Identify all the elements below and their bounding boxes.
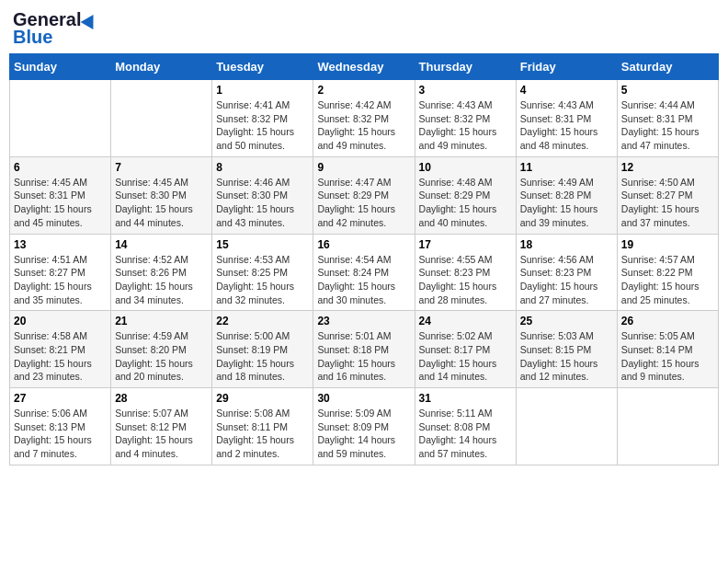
day-number: 27	[14, 392, 107, 405]
day-info: Sunrise: 4:45 AM Sunset: 8:30 PM Dayligh…	[115, 176, 208, 230]
day-number: 8	[216, 161, 309, 174]
day-info: Sunrise: 5:08 AM Sunset: 8:11 PM Dayligh…	[216, 407, 309, 461]
day-number: 25	[520, 315, 613, 327]
day-number: 21	[115, 315, 208, 327]
calendar-cell: 10Sunrise: 4:48 AM Sunset: 8:29 PM Dayli…	[415, 156, 516, 234]
day-number: 30	[317, 392, 410, 405]
calendar-week-3: 13Sunrise: 4:51 AM Sunset: 8:27 PM Dayli…	[10, 234, 719, 311]
day-number: 1	[216, 84, 309, 97]
header-wednesday: Wednesday	[313, 54, 415, 80]
day-number: 12	[621, 161, 714, 174]
calendar-cell	[111, 80, 212, 157]
calendar-cell: 19Sunrise: 4:57 AM Sunset: 8:22 PM Dayli…	[617, 234, 718, 311]
calendar-cell: 25Sunrise: 5:03 AM Sunset: 8:15 PM Dayli…	[516, 311, 617, 388]
day-number: 20	[14, 315, 107, 327]
day-info: Sunrise: 4:51 AM Sunset: 8:27 PM Dayligh…	[14, 253, 107, 307]
day-number: 18	[520, 238, 613, 251]
calendar-cell: 5Sunrise: 4:44 AM Sunset: 8:31 PM Daylig…	[617, 80, 718, 157]
page-header: General Blue	[9, 9, 719, 48]
day-info: Sunrise: 4:57 AM Sunset: 8:22 PM Dayligh…	[621, 253, 714, 307]
calendar-cell: 27Sunrise: 5:06 AM Sunset: 8:13 PM Dayli…	[10, 388, 111, 465]
day-number: 10	[419, 161, 512, 174]
day-info: Sunrise: 4:50 AM Sunset: 8:27 PM Dayligh…	[621, 176, 714, 230]
day-number: 15	[216, 238, 309, 251]
day-info: Sunrise: 5:01 AM Sunset: 8:18 PM Dayligh…	[317, 329, 410, 384]
day-number: 13	[14, 238, 107, 251]
header-thursday: Thursday	[415, 54, 516, 80]
day-info: Sunrise: 4:42 AM Sunset: 8:32 PM Dayligh…	[317, 98, 410, 153]
calendar-cell	[516, 388, 617, 465]
day-info: Sunrise: 4:43 AM Sunset: 8:31 PM Dayligh…	[520, 98, 613, 153]
logo-blue: Blue	[13, 27, 52, 48]
day-info: Sunrise: 4:54 AM Sunset: 8:24 PM Dayligh…	[317, 253, 410, 307]
calendar-cell: 21Sunrise: 4:59 AM Sunset: 8:20 PM Dayli…	[111, 311, 212, 388]
calendar-cell: 31Sunrise: 5:11 AM Sunset: 8:08 PM Dayli…	[415, 388, 516, 465]
day-info: Sunrise: 4:41 AM Sunset: 8:32 PM Dayligh…	[216, 98, 309, 153]
calendar-cell: 11Sunrise: 4:49 AM Sunset: 8:28 PM Dayli…	[516, 156, 617, 234]
header-friday: Friday	[516, 54, 617, 80]
day-number: 29	[216, 392, 309, 405]
day-number: 6	[14, 161, 107, 174]
day-info: Sunrise: 4:45 AM Sunset: 8:31 PM Dayligh…	[14, 176, 107, 230]
calendar-cell: 24Sunrise: 5:02 AM Sunset: 8:17 PM Dayli…	[415, 311, 516, 388]
day-info: Sunrise: 4:43 AM Sunset: 8:32 PM Dayligh…	[419, 98, 512, 153]
day-number: 22	[216, 315, 309, 327]
calendar-cell: 4Sunrise: 4:43 AM Sunset: 8:31 PM Daylig…	[516, 80, 617, 157]
day-number: 4	[520, 84, 613, 97]
day-info: Sunrise: 4:47 AM Sunset: 8:29 PM Dayligh…	[317, 176, 410, 230]
day-info: Sunrise: 4:52 AM Sunset: 8:26 PM Dayligh…	[115, 253, 208, 307]
day-info: Sunrise: 5:02 AM Sunset: 8:17 PM Dayligh…	[419, 329, 512, 384]
calendar-cell: 22Sunrise: 5:00 AM Sunset: 8:19 PM Dayli…	[212, 311, 313, 388]
day-number: 9	[317, 161, 410, 174]
calendar-cell: 12Sunrise: 4:50 AM Sunset: 8:27 PM Dayli…	[617, 156, 718, 234]
calendar-cell: 15Sunrise: 4:53 AM Sunset: 8:25 PM Dayli…	[212, 234, 313, 311]
day-number: 31	[419, 392, 512, 405]
day-number: 3	[419, 84, 512, 97]
day-number: 14	[115, 238, 208, 251]
calendar-cell: 23Sunrise: 5:01 AM Sunset: 8:18 PM Dayli…	[313, 311, 415, 388]
calendar-cell: 6Sunrise: 4:45 AM Sunset: 8:31 PM Daylig…	[10, 156, 111, 234]
day-number: 24	[419, 315, 512, 327]
calendar-cell: 16Sunrise: 4:54 AM Sunset: 8:24 PM Dayli…	[313, 234, 415, 311]
calendar-cell	[617, 388, 718, 465]
day-number: 23	[317, 315, 410, 327]
calendar-cell: 8Sunrise: 4:46 AM Sunset: 8:30 PM Daylig…	[212, 156, 313, 234]
header-saturday: Saturday	[617, 54, 718, 80]
calendar-cell: 9Sunrise: 4:47 AM Sunset: 8:29 PM Daylig…	[313, 156, 415, 234]
day-info: Sunrise: 5:00 AM Sunset: 8:19 PM Dayligh…	[216, 329, 309, 384]
calendar-cell: 7Sunrise: 4:45 AM Sunset: 8:30 PM Daylig…	[111, 156, 212, 234]
calendar-cell: 17Sunrise: 4:55 AM Sunset: 8:23 PM Dayli…	[415, 234, 516, 311]
calendar-cell: 13Sunrise: 4:51 AM Sunset: 8:27 PM Dayli…	[10, 234, 111, 311]
day-number: 5	[621, 84, 714, 97]
day-info: Sunrise: 4:53 AM Sunset: 8:25 PM Dayligh…	[216, 253, 309, 307]
calendar-cell	[10, 80, 111, 157]
day-info: Sunrise: 4:58 AM Sunset: 8:21 PM Dayligh…	[14, 329, 107, 384]
calendar-table: SundayMondayTuesdayWednesdayThursdayFrid…	[9, 53, 719, 465]
calendar-cell: 18Sunrise: 4:56 AM Sunset: 8:23 PM Dayli…	[516, 234, 617, 311]
calendar-week-1: 1Sunrise: 4:41 AM Sunset: 8:32 PM Daylig…	[10, 80, 719, 157]
day-info: Sunrise: 4:44 AM Sunset: 8:31 PM Dayligh…	[621, 98, 714, 153]
day-info: Sunrise: 5:06 AM Sunset: 8:13 PM Dayligh…	[14, 407, 107, 461]
logo-triangle-icon	[81, 10, 100, 29]
calendar-cell: 1Sunrise: 4:41 AM Sunset: 8:32 PM Daylig…	[212, 80, 313, 157]
day-number: 11	[520, 161, 613, 174]
day-number: 28	[115, 392, 208, 405]
day-info: Sunrise: 5:07 AM Sunset: 8:12 PM Dayligh…	[115, 407, 208, 461]
calendar-week-2: 6Sunrise: 4:45 AM Sunset: 8:31 PM Daylig…	[10, 156, 719, 234]
day-info: Sunrise: 4:49 AM Sunset: 8:28 PM Dayligh…	[520, 176, 613, 230]
day-info: Sunrise: 5:09 AM Sunset: 8:09 PM Dayligh…	[317, 407, 410, 461]
day-info: Sunrise: 5:05 AM Sunset: 8:14 PM Dayligh…	[621, 329, 714, 384]
day-info: Sunrise: 4:59 AM Sunset: 8:20 PM Dayligh…	[115, 329, 208, 384]
day-info: Sunrise: 5:11 AM Sunset: 8:08 PM Dayligh…	[419, 407, 512, 461]
calendar-cell: 28Sunrise: 5:07 AM Sunset: 8:12 PM Dayli…	[111, 388, 212, 465]
header-monday: Monday	[111, 54, 212, 80]
header-tuesday: Tuesday	[212, 54, 313, 80]
calendar-cell: 30Sunrise: 5:09 AM Sunset: 8:09 PM Dayli…	[313, 388, 415, 465]
day-info: Sunrise: 4:46 AM Sunset: 8:30 PM Dayligh…	[216, 176, 309, 230]
day-info: Sunrise: 4:56 AM Sunset: 8:23 PM Dayligh…	[520, 253, 613, 307]
day-number: 2	[317, 84, 410, 97]
day-info: Sunrise: 5:03 AM Sunset: 8:15 PM Dayligh…	[520, 329, 613, 384]
day-number: 17	[419, 238, 512, 251]
day-number: 7	[115, 161, 208, 174]
calendar-cell: 3Sunrise: 4:43 AM Sunset: 8:32 PM Daylig…	[415, 80, 516, 157]
